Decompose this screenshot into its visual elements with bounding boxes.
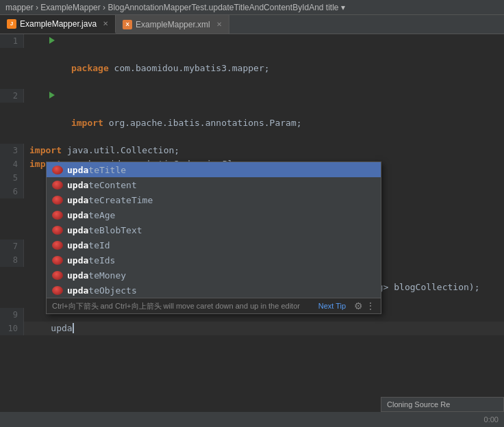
autocomplete-item-5[interactable]: updateId xyxy=(47,237,381,253)
code-line-2: 2 import org.apache.ibatis.annotations.P… xyxy=(0,89,504,144)
autocomplete-hint: Ctrl+向下箭头 and Ctrl+向上箭头 will move caret … xyxy=(52,301,300,311)
tab-bar: J ExampleMapper.java ✕ X ExampleMapper.x… xyxy=(0,15,504,34)
code-line-1: 1 package com.baomidou.mybatis3.mapper; xyxy=(0,34,504,89)
status-bar: 0:00 xyxy=(0,412,504,427)
breadcrumb: mapper › ExampleMapper › BlogAnnotationM… xyxy=(5,3,345,12)
footer-icons: ⚙ ⋮ xyxy=(354,300,375,311)
autocomplete-item-8[interactable]: updateObjects xyxy=(47,283,381,298)
arrow-marker-1 xyxy=(49,37,55,44)
java-file-icon: J xyxy=(7,19,16,29)
tab-xml-close[interactable]: ✕ xyxy=(216,21,222,28)
ac-bean-icon-8 xyxy=(52,286,63,295)
autocomplete-dropdown[interactable]: updateTitle updateContent updateCreateTi… xyxy=(46,161,381,314)
autocomplete-item-2[interactable]: updateCreateTime xyxy=(47,192,381,207)
top-bar: mapper › ExampleMapper › BlogAnnotationM… xyxy=(0,0,504,15)
status-time: 0:00 xyxy=(484,415,499,424)
next-tip-button[interactable]: Next Tip xyxy=(318,302,346,310)
ac-bean-icon-7 xyxy=(52,271,63,280)
ac-bean-icon-4 xyxy=(52,226,63,235)
autocomplete-item-4[interactable]: updateBlobText xyxy=(47,222,381,237)
arrow-marker-2 xyxy=(49,92,55,99)
code-line-10: 10 upda xyxy=(0,322,504,335)
autocomplete-footer: Ctrl+向下箭头 and Ctrl+向上箭头 will move caret … xyxy=(47,298,381,313)
tab-java-label: ExampleMapper.java xyxy=(20,19,97,29)
tab-java-close[interactable]: ✕ xyxy=(103,20,108,27)
autocomplete-item-0[interactable]: updateTitle xyxy=(47,162,381,177)
xml-file-icon: X xyxy=(123,20,132,29)
ac-bean-icon-3 xyxy=(52,211,63,220)
autocomplete-item-3[interactable]: updateAge xyxy=(47,207,381,222)
ac-bean-icon-2 xyxy=(52,196,63,205)
tab-xml[interactable]: X ExampleMapper.xml ✕ xyxy=(116,15,229,34)
cloning-panel: Cloning Source Re xyxy=(381,397,504,412)
cloning-label: Cloning Source Re xyxy=(387,400,450,409)
autocomplete-item-6[interactable]: updateIds xyxy=(47,253,381,268)
ac-bean-icon-0 xyxy=(52,166,63,174)
autocomplete-item-1[interactable]: updateContent xyxy=(47,177,381,192)
ac-bean-icon-5 xyxy=(52,241,63,250)
spinner-icon: ⚙ xyxy=(354,300,363,311)
autocomplete-item-7[interactable]: updateMoney xyxy=(47,268,381,283)
ac-bean-icon-6 xyxy=(52,256,63,265)
tab-java[interactable]: J ExampleMapper.java ✕ xyxy=(0,15,116,34)
ac-bean-icon-1 xyxy=(52,181,63,190)
code-line-3: 3 import java.util.Collection; xyxy=(0,144,504,157)
tab-xml-label: ExampleMapper.xml xyxy=(136,20,210,29)
menu-icon[interactable]: ⋮ xyxy=(366,300,375,311)
